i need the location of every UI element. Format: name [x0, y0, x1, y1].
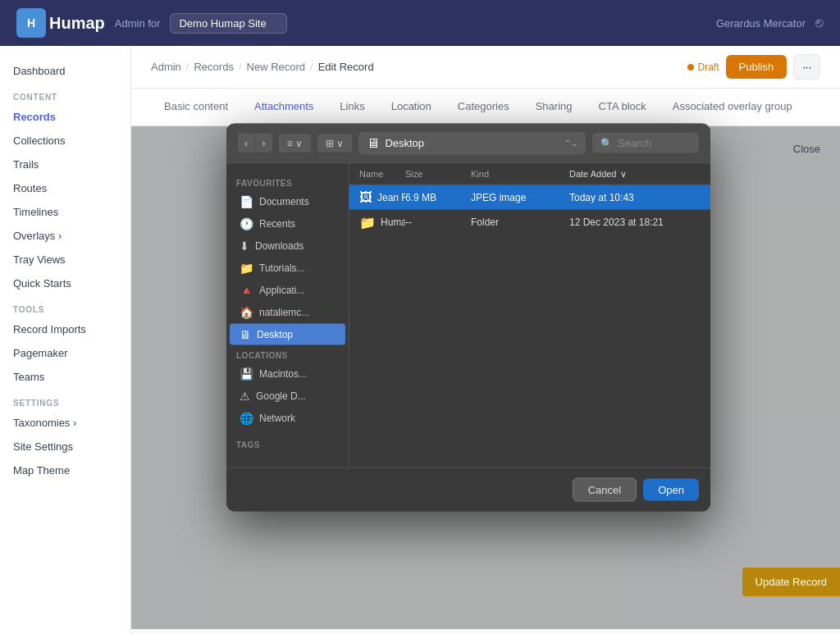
sidebar-section-tools: TOOLS: [0, 295, 130, 317]
admin-for-label: Admin for: [115, 17, 161, 30]
search-placeholder: Search: [618, 137, 651, 149]
breadcrumb: Admin / Records / New Record / Edit Reco…: [151, 61, 374, 73]
dialog-sidebar-favourites-label: Favourites: [226, 173, 349, 189]
forward-button[interactable]: ›: [255, 134, 272, 153]
dialog-sidebar-item-network[interactable]: 🌐 Network: [230, 407, 345, 428]
header-actions: Draft Publish ···: [687, 54, 821, 80]
file-row-humap[interactable]: 📁 Humap -- Folder 12 Dec 2023 at 18:21: [349, 209, 710, 235]
sidebar-item-dashboard[interactable]: Dashboard: [0, 59, 130, 83]
documents-icon: 📄: [240, 194, 253, 208]
dialog-sidebar-item-tutorials[interactable]: 📁 Tutorials...: [230, 257, 345, 278]
dialog-sidebar-item-home[interactable]: 🏠 nataliemc...: [230, 301, 345, 322]
draft-dot: [687, 64, 694, 71]
breadcrumb-admin[interactable]: Admin: [151, 61, 181, 73]
dialog-sidebar-item-desktop[interactable]: 🖥 Desktop: [230, 323, 345, 344]
page-header: Admin / Records / New Record / Edit Reco…: [131, 46, 840, 89]
sidebar-item-teams[interactable]: Teams: [0, 365, 130, 389]
navbar-left: H Humap Admin for Demo Humap Site: [16, 8, 287, 38]
search-icon: 🔍: [600, 137, 613, 148]
tab-sharing[interactable]: Sharing: [523, 89, 586, 125]
sidebar-item-trails[interactable]: Trails: [0, 153, 130, 176]
google-drive-label: Google D...: [256, 390, 306, 401]
draft-label: Draft: [698, 62, 719, 73]
tab-location[interactable]: Location: [378, 89, 445, 125]
file-dialog: ‹ › ≡ ∨ ⊞ ∨ 🖥 Desktop ⌃⌄ 🔍 Search Favour…: [226, 123, 710, 511]
file-name-label-jean-fr: Jean Fr...ard II.jpg: [377, 191, 405, 203]
file-date-jean-fr: Today at 10:43: [569, 191, 701, 203]
back-button[interactable]: ‹: [238, 134, 254, 153]
file-name-label-humap: Humap: [381, 217, 405, 228]
logout-icon[interactable]: ⎋: [815, 16, 824, 30]
navbar-right: Gerardus Mercator ⎋: [716, 16, 824, 30]
sidebar-item-tray-views[interactable]: Tray Views: [0, 248, 130, 271]
publish-button[interactable]: Publish: [726, 55, 788, 79]
tabs-bar: Basic content Attachments Links Location…: [131, 89, 840, 126]
dialog-sidebar-item-applications[interactable]: 🔺 Applicati...: [230, 279, 345, 300]
file-list-header: Name Size Kind Date Added ∨: [349, 163, 710, 185]
col-date-added-label: Date Added: [569, 169, 617, 179]
dialog-sidebar-item-downloads[interactable]: ⬇ Downloads: [230, 235, 345, 256]
search-bar[interactable]: 🔍 Search: [592, 133, 699, 153]
breadcrumb-new-record[interactable]: New Record: [247, 61, 306, 73]
tab-basic-content[interactable]: Basic content: [151, 89, 241, 125]
breadcrumb-edit-record: Edit Record: [318, 61, 374, 73]
sidebar-section-settings: SETTINGS: [0, 389, 130, 411]
col-header-name[interactable]: Name: [359, 168, 405, 179]
sidebar-item-site-settings[interactable]: Site Settings: [0, 435, 130, 458]
sidebar-item-map-theme[interactable]: Map Theme: [0, 458, 130, 482]
dialog-sidebar-item-macintosh[interactable]: 💾 Macintos...: [230, 363, 345, 384]
dialog-sidebar-item-google-drive[interactable]: ⚠ Google D...: [230, 385, 345, 406]
site-selector[interactable]: Demo Humap Site: [170, 13, 287, 34]
close-button[interactable]: Close: [793, 143, 820, 155]
update-record-button[interactable]: Update Record: [742, 568, 840, 596]
sidebar-section-content: CONTENT: [0, 83, 130, 105]
dialog-cancel-button[interactable]: Cancel: [573, 477, 637, 501]
col-header-size[interactable]: Size: [405, 168, 471, 179]
desktop-label: Desktop: [257, 328, 293, 340]
sidebar-item-collections[interactable]: Collections: [0, 129, 130, 153]
draft-badge: Draft: [687, 62, 719, 73]
logo-icon: H: [16, 8, 46, 38]
tutorials-icon: 📁: [240, 261, 253, 274]
file-name-jean-fr: 🖼 Jean Fr...ard II.jpg: [359, 189, 405, 204]
sidebar: Dashboard CONTENT Records Collections Tr…: [0, 46, 131, 634]
more-button[interactable]: ···: [793, 54, 820, 80]
macintosh-label: Macintos...: [259, 367, 307, 379]
dialog-sidebar-item-recents[interactable]: 🕐 Recents: [230, 212, 345, 234]
sidebar-item-timelines[interactable]: Timelines: [0, 200, 130, 224]
dialog-footer: Cancel Open: [226, 467, 710, 511]
tab-cta-block[interactable]: CTA block: [586, 89, 660, 125]
tab-links[interactable]: Links: [326, 89, 377, 125]
col-header-date-added[interactable]: Date Added ∨: [569, 168, 701, 179]
breadcrumb-records[interactable]: Records: [194, 61, 233, 73]
tab-attachments[interactable]: Attachments: [241, 89, 326, 125]
sidebar-item-overlays[interactable]: Overlays: [0, 224, 130, 248]
sidebar-item-records[interactable]: Records: [0, 105, 130, 129]
file-list-area: Name Size Kind Date Added ∨ 🖼 Jean Fr...…: [349, 163, 710, 467]
nav-btn-group: ‹ ›: [238, 134, 272, 153]
list-view-button[interactable]: ≡ ∨: [279, 134, 311, 152]
file-kind-jean-fr: JPEG image: [471, 191, 569, 203]
location-folder-icon: 🖥: [367, 135, 380, 150]
location-text: Desktop: [385, 137, 559, 149]
file-size-humap: --: [405, 217, 471, 228]
sidebar-item-routes[interactable]: Routes: [0, 176, 130, 200]
navbar: H Humap Admin for Demo Humap Site Gerard…: [0, 0, 840, 46]
dialog-open-button[interactable]: Open: [643, 478, 699, 500]
dialog-sidebar-item-documents[interactable]: 📄 Documents: [230, 190, 345, 212]
location-bar[interactable]: 🖥 Desktop ⌃⌄: [358, 131, 586, 154]
sidebar-item-pagemaker[interactable]: Pagemaker: [0, 341, 130, 365]
col-header-kind[interactable]: Kind: [471, 168, 569, 179]
network-icon: 🌐: [240, 411, 253, 424]
tab-associated-overlay-group[interactable]: Associated overlay group: [660, 89, 806, 125]
file-row-jean-fr[interactable]: 🖼 Jean Fr...ard II.jpg 6.9 MB JPEG image…: [349, 185, 710, 209]
tutorials-label: Tutorials...: [259, 262, 305, 273]
dialog-sidebar: Favourites 📄 Documents 🕐 Recents ⬇ Downl…: [226, 163, 349, 467]
grid-view-button[interactable]: ⊞ ∨: [317, 134, 352, 152]
sidebar-item-taxonomies[interactable]: Taxonomies: [0, 411, 130, 435]
sidebar-item-record-imports[interactable]: Record Imports: [0, 317, 130, 341]
col-kind-label: Kind: [471, 169, 489, 179]
tab-categories[interactable]: Categories: [445, 89, 523, 125]
applications-icon: 🔺: [240, 283, 253, 296]
sidebar-item-quick-starts[interactable]: Quick Starts: [0, 271, 130, 295]
